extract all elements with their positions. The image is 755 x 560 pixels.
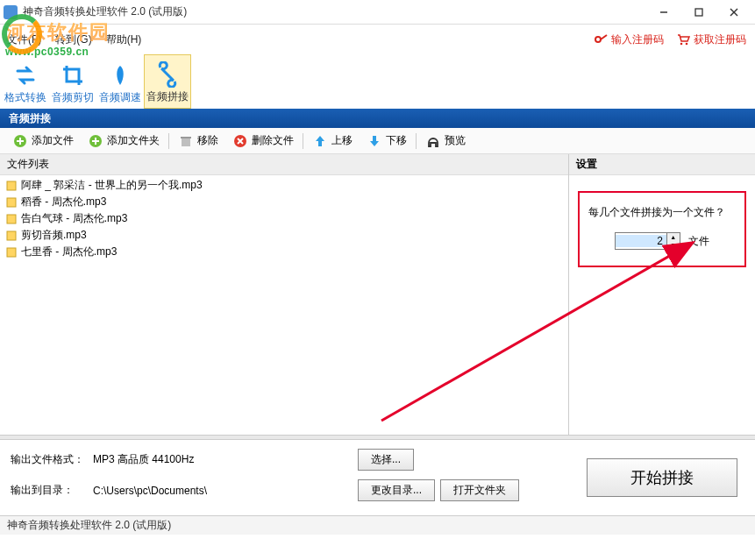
preview-label: 预览 — [445, 133, 466, 148]
menu-convert[interactable]: 转到(G) — [55, 32, 91, 47]
maximize-button[interactable] — [681, 0, 716, 25]
tool-format-convert[interactable]: 格式转换 — [2, 54, 49, 109]
add-folder-icon — [88, 133, 103, 149]
list-item[interactable]: 稻香 - 周杰伦.mp3 — [4, 194, 565, 210]
get-reg-code-label: 获取注册码 — [694, 32, 746, 47]
convert-icon — [12, 62, 39, 89]
add-folder-button[interactable]: 添加文件夹 — [81, 129, 167, 153]
menu-file[interactable]: 文件(F) — [7, 32, 41, 47]
svg-rect-16 — [7, 231, 16, 240]
window-title: 神奇音频转换处理软件 2.0 (试用版) — [23, 4, 646, 19]
audio-file-icon — [5, 246, 18, 259]
svg-rect-14 — [7, 198, 16, 207]
tool-join-label: 音频拼接 — [146, 89, 189, 104]
svg-rect-11 — [181, 137, 191, 138]
output-format-label: 输出文件格式： — [11, 452, 89, 467]
tool-audio-join[interactable]: 音频拼接 — [144, 54, 191, 109]
audio-file-icon — [5, 213, 18, 225]
svg-rect-13 — [7, 181, 16, 190]
files-per-merge-input[interactable] — [616, 235, 666, 247]
choose-format-button[interactable]: 选择... — [358, 449, 414, 471]
file-name: 剪切音频.mp3 — [21, 228, 87, 243]
delete-icon — [232, 133, 248, 149]
cart-icon — [676, 32, 690, 46]
big-toolbar: 格式转换 音频剪切 音频调速 音频拼接 — [0, 54, 755, 109]
app-icon — [4, 5, 18, 19]
audio-file-icon — [5, 230, 18, 242]
file-name: 告白气球 - 周杰伦.mp3 — [21, 211, 127, 226]
close-button[interactable] — [716, 0, 751, 25]
output-area: 输出文件格式： MP3 高品质 44100Hz 选择... 输出到目录： C:\… — [0, 440, 755, 515]
output-dir-label: 输出到目录： — [11, 483, 89, 498]
list-item[interactable]: 阿肆 _ 郭采洁 - 世界上的另一个我.mp3 — [4, 177, 565, 194]
minimize-button[interactable] — [646, 0, 681, 25]
action-toolbar: 添加文件 添加文件夹 移除 删除文件 上移 下移 预览 — [0, 128, 755, 154]
enter-reg-code-label: 输入注册码 — [611, 32, 664, 47]
file-name: 稻香 - 周杰伦.mp3 — [21, 195, 106, 209]
move-up-button[interactable]: 上移 — [305, 129, 360, 153]
open-folder-button[interactable]: 打开文件夹 — [440, 479, 519, 501]
spinner-down[interactable]: ▼ — [667, 241, 680, 249]
file-name: 七里香 - 周杰伦.mp3 — [21, 245, 117, 259]
svg-point-6 — [680, 43, 683, 46]
add-file-icon — [12, 133, 28, 149]
arrow-down-icon — [367, 133, 382, 149]
spinner-up[interactable]: ▲ — [667, 233, 680, 241]
remove-label: 移除 — [197, 133, 218, 148]
output-dir-value: C:\Users\pc\Documents\ — [89, 483, 353, 499]
delete-button[interactable]: 删除文件 — [225, 129, 301, 153]
start-join-button[interactable]: 开始拼接 — [587, 458, 737, 497]
svg-point-4 — [595, 37, 601, 42]
list-item[interactable]: 告白气球 - 周杰伦.mp3 — [4, 210, 565, 227]
change-dir-button[interactable]: 更改目录... — [358, 479, 435, 501]
svg-rect-15 — [7, 215, 16, 223]
key-icon — [594, 32, 608, 46]
tool-audio-speed[interactable]: 音频调速 — [96, 54, 144, 109]
titlebar: 神奇音频转换处理软件 2.0 (试用版) — [0, 0, 755, 25]
move-down-button[interactable]: 下移 — [360, 129, 414, 153]
enter-reg-code-link[interactable]: 输入注册码 — [594, 32, 664, 47]
crop-icon — [60, 62, 86, 89]
section-title: 音频拼接 — [9, 111, 51, 126]
audio-file-icon — [5, 196, 18, 209]
list-item[interactable]: 剪切音频.mp3 — [4, 227, 565, 244]
arrow-up-icon — [312, 133, 328, 149]
section-header: 音频拼接 — [0, 109, 755, 128]
menubar: 文件(F) 转到(G) 帮助(H) 输入注册码 获取注册码 — [0, 25, 755, 54]
get-reg-code-link[interactable]: 获取注册码 — [676, 32, 746, 47]
remove-icon — [178, 133, 194, 149]
add-file-button[interactable]: 添加文件 — [5, 129, 81, 153]
settings-header: 设置 — [569, 154, 755, 175]
settings-panel: 设置 每几个文件拼接为一个文件？ ▲ ▼ 文件 — [569, 154, 755, 435]
svg-line-5 — [601, 35, 607, 39]
separator — [303, 133, 303, 149]
svg-rect-1 — [695, 9, 702, 16]
status-text: 神奇音频转换处理软件 2.0 (试用版) — [7, 518, 171, 533]
add-file-label: 添加文件 — [32, 133, 74, 148]
file-list-header: 文件列表 — [0, 154, 568, 175]
move-up-label: 上移 — [331, 133, 353, 148]
file-panel: 文件列表 阿肆 _ 郭采洁 - 世界上的另一个我.mp3稻香 - 周杰伦.mp3… — [0, 154, 569, 435]
svg-rect-10 — [182, 138, 190, 146]
menu-help[interactable]: 帮助(H) — [106, 32, 142, 47]
file-name: 阿肆 _ 郭采洁 - 世界上的另一个我.mp3 — [21, 178, 203, 193]
settings-question: 每几个文件拼接为一个文件？ — [588, 205, 736, 220]
files-per-merge-spinner[interactable]: ▲ ▼ — [615, 232, 680, 250]
file-list[interactable]: 阿肆 _ 郭采洁 - 世界上的另一个我.mp3稻香 - 周杰伦.mp3告白气球 … — [0, 175, 568, 435]
tool-cut-label: 音频剪切 — [52, 90, 94, 105]
tool-audio-cut[interactable]: 音频剪切 — [49, 54, 96, 109]
add-folder-label: 添加文件夹 — [107, 133, 160, 148]
separator — [168, 133, 169, 149]
output-format-value: MP3 高品质 44100Hz — [89, 450, 353, 469]
move-down-label: 下移 — [386, 133, 407, 148]
preview-button[interactable]: 预览 — [418, 129, 473, 153]
svg-rect-17 — [7, 248, 16, 257]
list-item[interactable]: 七里香 - 周杰伦.mp3 — [4, 244, 565, 260]
tool-format-label: 格式转换 — [4, 90, 46, 105]
join-icon — [154, 61, 181, 88]
svg-point-7 — [686, 43, 688, 46]
tool-speed-label: 音频调速 — [99, 90, 141, 105]
delete-label: 删除文件 — [252, 133, 294, 148]
remove-button[interactable]: 移除 — [171, 129, 225, 153]
statusbar: 神奇音频转换处理软件 2.0 (试用版) — [0, 515, 755, 535]
